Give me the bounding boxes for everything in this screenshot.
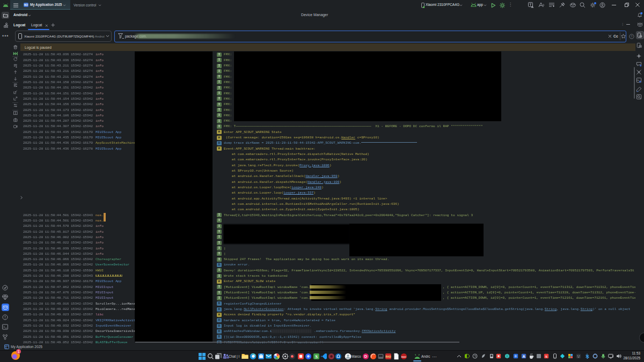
svg-text:RAD: RAD xyxy=(385,356,391,358)
svg-text:A: A xyxy=(523,354,525,358)
svg-text:S: S xyxy=(315,354,318,359)
svg-text:S: S xyxy=(545,354,547,359)
svg-text:D: D xyxy=(364,354,368,359)
svg-text:BAD: BAD xyxy=(401,356,406,358)
